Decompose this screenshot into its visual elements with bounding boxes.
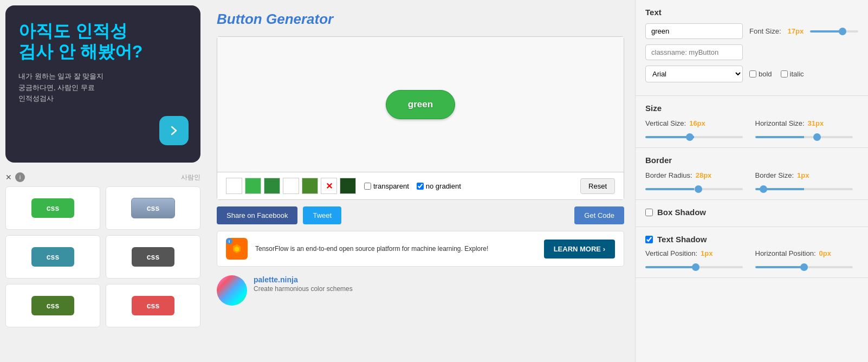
button-examples-grid: css css css css css css xyxy=(5,186,200,327)
size-section: Size Vertical Size: 16px Horizontal Size… xyxy=(636,96,868,148)
bold-checkbox[interactable] xyxy=(749,70,756,77)
button-card-3: css xyxy=(5,235,100,279)
example-button-4[interactable]: css xyxy=(132,247,174,267)
ad-close-button[interactable]: ✕ xyxy=(5,173,12,182)
horizontal-size-value: 31px xyxy=(808,119,824,127)
border-size-label: Border Size: xyxy=(755,171,794,179)
text-shadow-vertical-value: 1px xyxy=(701,249,712,257)
generator-box: green ✕ transparent no gradient Reset xyxy=(217,36,624,200)
italic-checkbox[interactable] xyxy=(781,70,788,77)
font-family-row: Arial Verdana Georgia Times New Roman bo… xyxy=(645,66,858,82)
box-shadow-title: Box Shadow xyxy=(657,208,706,217)
transparent-checkbox[interactable] xyxy=(364,183,371,190)
border-size-block: Border Size: 1px xyxy=(755,171,859,192)
action-row: Share on Facebook Tweet Get Code xyxy=(217,206,624,224)
swatch-row: ✕ transparent no gradient Reset xyxy=(217,172,624,199)
swatch-light-green[interactable] xyxy=(245,178,261,194)
ad-headline: 아직도 인적성 검사 안 해봤어? xyxy=(18,21,187,62)
horizontal-size-block: Horizontal Size: 31px xyxy=(755,119,859,140)
get-code-button[interactable]: Get Code xyxy=(574,206,624,224)
border-section: Border Border Radius: 28px Border Size: … xyxy=(636,148,868,200)
preview-area: green xyxy=(217,37,624,172)
size-section-title: Size xyxy=(645,104,858,113)
text-shadow-vertical-slider[interactable] xyxy=(645,266,743,268)
border-section-title: Border xyxy=(645,156,858,165)
no-gradient-checkbox-label[interactable]: no gradient xyxy=(417,182,461,190)
swatch-medium-green[interactable] xyxy=(264,178,280,194)
button-card-2: css xyxy=(106,186,200,230)
border-size-value: 1px xyxy=(797,171,809,179)
profile-avatar xyxy=(217,275,247,306)
reset-button[interactable]: Reset xyxy=(580,178,615,194)
left-sidebar: 아직도 인적성 검사 안 해봤어? 내가 원하는 일과 잘 맞을지 궁금하다면,… xyxy=(0,0,206,362)
button-card-6: css xyxy=(106,284,200,327)
preview-button[interactable]: green xyxy=(386,90,455,119)
text-section-title: Text xyxy=(645,8,858,17)
text-shadow-checkbox[interactable] xyxy=(645,236,653,243)
vertical-size-label: Vertical Size: xyxy=(645,119,686,127)
font-size-value: 17px xyxy=(788,27,804,35)
text-shadow-vertical-label: Vertical Position: xyxy=(645,249,697,257)
text-shadow-title: Text Shadow xyxy=(657,235,707,244)
example-button-1[interactable]: css xyxy=(31,198,74,218)
box-shadow-checkbox[interactable] xyxy=(645,209,653,216)
font-size-label: Font Size: xyxy=(749,27,781,35)
example-button-6[interactable]: css xyxy=(132,296,174,315)
ad-source-label: 사람인 xyxy=(181,173,200,182)
ad-info-icon[interactable]: i xyxy=(15,172,25,182)
text-shadow-horizontal-slider[interactable] xyxy=(755,266,853,268)
button-card-1: css xyxy=(5,186,100,230)
horizontal-size-slider[interactable] xyxy=(755,136,853,138)
no-gradient-checkbox[interactable] xyxy=(417,183,424,190)
text-shadow-horizontal-block: Horizontal Position: 0px xyxy=(755,249,859,270)
font-size-slider[interactable] xyxy=(810,30,858,33)
border-radius-label: Border Radius: xyxy=(645,171,692,179)
example-button-3[interactable]: css xyxy=(31,247,74,267)
swatch-darkest-green[interactable] xyxy=(340,178,356,194)
button-text-row: Font Size: 17px xyxy=(645,23,858,39)
vertical-size-slider[interactable] xyxy=(645,136,743,138)
swatch-red-x[interactable]: ✕ xyxy=(321,178,337,194)
swatch-white[interactable] xyxy=(226,178,242,194)
vertical-size-block: Vertical Size: 16px xyxy=(645,119,749,140)
ad-controls: ✕ i xyxy=(5,172,25,182)
text-shadow-section: Text Shadow Vertical Position: 1px Horiz… xyxy=(636,227,868,278)
border-radius-block: Border Radius: 28px xyxy=(645,171,749,192)
border-radius-slider[interactable] xyxy=(645,188,743,190)
profile-name: palette.ninja xyxy=(254,275,353,284)
button-card-4: css xyxy=(106,235,200,279)
ad-footer: ✕ i 사람인 xyxy=(5,172,200,182)
text-shadow-horizontal-value: 0px xyxy=(819,249,831,257)
swatch-white2[interactable] xyxy=(283,178,299,194)
horizontal-size-label: Horizontal Size: xyxy=(755,119,805,127)
learn-more-button[interactable]: LEARN MORE › xyxy=(544,240,615,258)
right-panel: Text Font Size: 17px Arial Verdana Georg… xyxy=(635,0,868,362)
box-shadow-section: Box Shadow xyxy=(636,200,868,227)
bold-checkbox-label[interactable]: bold xyxy=(749,70,772,78)
font-family-select[interactable]: Arial Verdana Georgia Times New Roman xyxy=(645,66,743,82)
profile-info: palette.ninja Create harmonious color sc… xyxy=(254,275,353,293)
example-button-5[interactable]: css xyxy=(31,296,74,315)
bottom-ad-banner: i TensorFlow is an end-to-end open sourc… xyxy=(217,231,624,267)
border-size-slider[interactable] xyxy=(755,188,853,190)
italic-checkbox-label[interactable]: italic xyxy=(781,70,804,78)
button-text-input[interactable] xyxy=(645,23,743,39)
swatch-dark-green[interactable] xyxy=(302,178,318,194)
text-section: Text Font Size: 17px Arial Verdana Georg… xyxy=(636,0,868,96)
share-facebook-button[interactable]: Share on Facebook xyxy=(217,206,297,224)
tweet-button[interactable]: Tweet xyxy=(303,206,341,224)
ad-arrow-button[interactable] xyxy=(159,116,189,145)
transparent-checkbox-label[interactable]: transparent xyxy=(364,182,409,190)
profile-row: palette.ninja Create harmonious color sc… xyxy=(217,273,624,308)
example-button-2[interactable]: css xyxy=(131,198,175,218)
bottom-ad-text: TensorFlow is an end-to-end open source … xyxy=(255,245,536,253)
ad-description: 내가 원하는 일과 잘 맞을지 궁금하다면, 사람인 무료 인적성검사 xyxy=(18,71,187,105)
text-shadow-vertical-block: Vertical Position: 1px xyxy=(645,249,749,270)
font-size-slider-container xyxy=(810,30,858,33)
page-title: Button Generator xyxy=(217,11,624,28)
text-shadow-horizontal-label: Horizontal Position: xyxy=(755,249,816,257)
border-radius-value: 28px xyxy=(696,171,712,179)
profile-desc: Create harmonious color schemes xyxy=(254,285,353,293)
classname-input[interactable] xyxy=(645,44,743,60)
font-style-checkboxes: bold italic xyxy=(749,70,804,78)
